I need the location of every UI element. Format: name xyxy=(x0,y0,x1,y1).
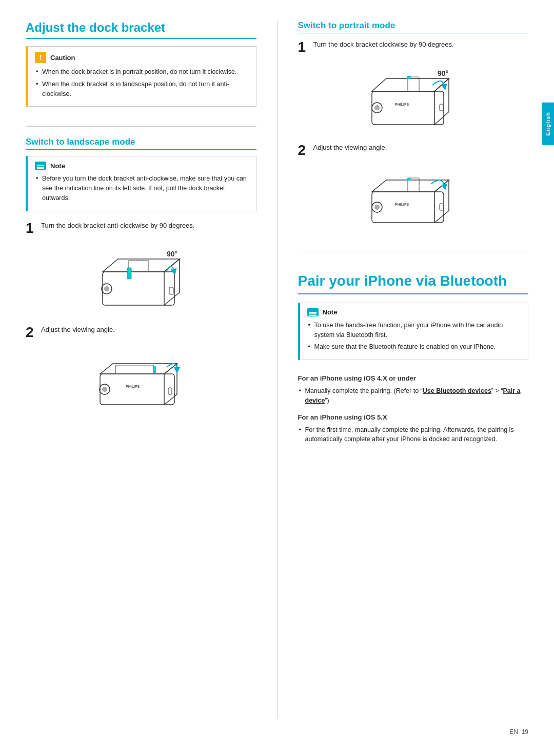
landscape-step2-number: 2 xyxy=(26,325,41,341)
svg-point-34 xyxy=(374,205,380,210)
note-icon-landscape xyxy=(35,162,46,170)
svg-marker-11 xyxy=(164,364,177,405)
svg-marker-2 xyxy=(164,259,180,305)
ios5-list: For the first time, manually complete th… xyxy=(298,425,529,447)
svg-rect-36 xyxy=(440,204,443,210)
caution-item-1: When the dock bracket is in portrait pos… xyxy=(35,67,249,77)
svg-rect-17 xyxy=(168,388,172,394)
ios4-list: Manually complete the pairing. (Refer to… xyxy=(298,386,529,408)
landscape-step2-text: Adjust the viewing angle. xyxy=(41,325,115,335)
portrait-step1-illustration: PHILIPS 90° xyxy=(298,66,529,132)
svg-text:90°: 90° xyxy=(167,250,177,258)
landscape-step2-illustration: PHILIPS xyxy=(26,351,256,412)
landscape-step1-row: 1 Turn the dock bracket anti-clockwise b… xyxy=(26,221,256,236)
portrait-step1-text: Turn the dock bracket clockwise by 90 de… xyxy=(313,39,454,50)
note-icon-pair xyxy=(307,308,319,316)
pair-note-box: Note To use the hands-free function, pai… xyxy=(298,303,529,360)
svg-rect-12 xyxy=(115,365,154,374)
svg-rect-22 xyxy=(407,76,411,79)
svg-marker-1 xyxy=(103,259,180,272)
portrait-step1-number: 1 xyxy=(298,39,313,55)
page-footer: EN 19 xyxy=(26,723,528,735)
ios5-title: For an iPhone using iOS 5.X xyxy=(298,413,529,421)
svg-rect-32 xyxy=(407,178,411,181)
svg-rect-13 xyxy=(153,366,156,373)
landscape-device-svg: 90° xyxy=(87,246,195,313)
caution-icon: ! xyxy=(35,52,46,63)
svg-point-6 xyxy=(104,286,109,291)
svg-text:PHILIPS: PHILIPS xyxy=(395,203,409,206)
ios4-title: For an iPhone using iOS 4.X or under xyxy=(298,374,529,382)
svg-marker-20 xyxy=(434,78,449,125)
svg-marker-30 xyxy=(434,180,449,223)
landscape-step2-row: 2 Adjust the viewing angle. xyxy=(26,325,256,341)
portrait-section-title: Switch to portrait mode xyxy=(298,21,529,33)
pair-note-item-2: Make sure that the Bluetooth feature is … xyxy=(307,342,521,352)
portrait-step1-row: 1 Turn the dock bracket clockwise by 90 … xyxy=(298,39,529,55)
caution-item-2: When the dock bracket is in landscape po… xyxy=(35,79,249,99)
landscape-section-title: Switch to landscape mode xyxy=(26,137,256,150)
left-section-title: Adjust the dock bracket xyxy=(26,21,256,39)
landscape-note-header: Note xyxy=(35,162,249,170)
footer-lang: EN xyxy=(509,728,518,735)
ios4-bullet: Manually complete the pairing. (Refer to… xyxy=(298,386,529,406)
svg-marker-29 xyxy=(372,180,449,192)
portrait-step2-row: 2 Adjust the viewing angle. xyxy=(298,143,529,158)
svg-rect-9 xyxy=(100,374,174,405)
svg-rect-28 xyxy=(372,192,444,223)
svg-text:PHILIPS: PHILIPS xyxy=(126,385,140,388)
pair-note-header: Note xyxy=(307,308,521,316)
caution-list: When the dock bracket is in portrait pos… xyxy=(35,67,249,98)
landscape-note-label: Note xyxy=(50,162,65,170)
pair-note-label: Note xyxy=(323,308,338,316)
portrait-step2-illustration: PHILIPS xyxy=(298,169,529,230)
footer-page: 19 xyxy=(522,728,528,735)
svg-point-15 xyxy=(102,387,107,392)
svg-text:90°: 90° xyxy=(438,69,448,77)
landscape-note-item-1: Before you turn the dock bracket anti-cl… xyxy=(35,174,249,203)
svg-rect-18 xyxy=(372,91,444,125)
svg-rect-7 xyxy=(169,287,173,294)
svg-text:PHILIPS: PHILIPS xyxy=(395,103,409,106)
pair-note-item-1: To use the hands-free function, pair you… xyxy=(307,321,521,340)
caution-header: ! Caution xyxy=(35,52,249,63)
svg-rect-4 xyxy=(127,268,131,279)
portrait-step2-text: Adjust the viewing angle. xyxy=(313,143,387,153)
caution-box: ! Caution When the dock bracket is in po… xyxy=(26,46,256,107)
landscape-step1-text: Turn the dock bracket anti-clockwise by … xyxy=(41,221,194,231)
svg-rect-26 xyxy=(440,104,443,111)
svg-rect-0 xyxy=(103,272,174,305)
landscape-step2-svg: PHILIPS xyxy=(87,351,195,412)
portrait-step1-svg: PHILIPS 90° xyxy=(362,66,464,132)
pair-section-title: Pair your iPhone via Bluetooth xyxy=(298,272,529,294)
landscape-step1-illustration: 90° xyxy=(26,246,256,314)
caution-label: Caution xyxy=(50,54,75,62)
side-tab: English xyxy=(542,103,554,145)
landscape-step1-number: 1 xyxy=(26,221,41,236)
svg-rect-21 xyxy=(408,77,419,91)
ios5-bullet: For the first time, manually complete th… xyxy=(298,425,529,445)
svg-marker-19 xyxy=(372,78,449,91)
pair-note-list: To use the hands-free function, pair you… xyxy=(307,321,521,352)
ios4-bluetooth-link: Use Bluetooth devices xyxy=(423,387,491,394)
svg-point-24 xyxy=(374,105,380,110)
portrait-step2-number: 2 xyxy=(298,143,313,158)
landscape-note-list: Before you turn the dock bracket anti-cl… xyxy=(35,174,249,203)
landscape-note-box: Note Before you turn the dock bracket an… xyxy=(26,156,256,211)
portrait-step2-svg: PHILIPS xyxy=(362,169,464,230)
